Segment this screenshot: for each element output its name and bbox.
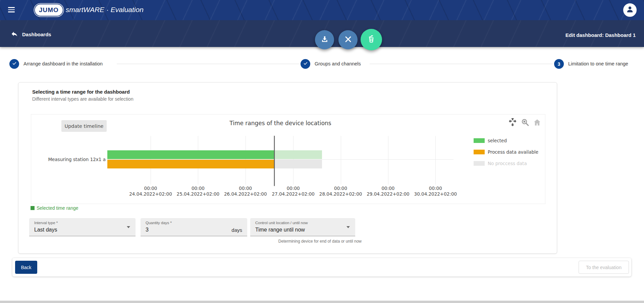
green-square-icon — [31, 206, 35, 210]
top-header: JUMO smartWARE · Evaluation — [0, 0, 644, 20]
time-range-card: Selecting a time range for the dashboard… — [18, 82, 557, 254]
wizard-stepper: Arrange dashboard in the installation Gr… — [0, 59, 644, 69]
timeline-plot — [107, 136, 453, 185]
step-3-circle[interactable]: 3 — [554, 59, 564, 69]
user-avatar[interactable] — [623, 3, 637, 17]
field-label: Quantity days * — [146, 221, 172, 225]
interval-type-select[interactable]: Interval type * Last days — [29, 218, 136, 236]
card-subtitle: Different interval types are available f… — [32, 96, 133, 102]
save-download-button[interactable] — [315, 30, 334, 49]
chart-title: Time ranges of the device locations — [107, 120, 453, 127]
legend-item[interactable]: No proccess data — [474, 161, 538, 166]
field-helper-text: Determining device for end of data or un… — [250, 239, 362, 244]
legend-label: Process data available — [488, 149, 538, 155]
step-connector — [370, 64, 553, 64]
step-1-circle[interactable] — [9, 59, 19, 69]
step-3-label[interactable]: Limitation to one time range — [568, 59, 628, 69]
x-tick-label: 00:0027.04.2022+02:00 — [272, 186, 315, 197]
cancel-button[interactable] — [338, 30, 358, 49]
chevron-down-icon — [346, 226, 350, 228]
chart-legend: selected Process data available No procc… — [474, 138, 538, 172]
timeline-bar-selected — [107, 150, 274, 159]
download-icon — [320, 35, 329, 45]
timeline-bar-process-data — [274, 160, 322, 168]
x-tick-label: 00:0030.04.2022+02:00 — [414, 186, 457, 197]
gridline — [388, 136, 388, 185]
device-row-label: Measuring station 12x1 a — [31, 157, 106, 162]
box-zoom-icon[interactable] — [521, 118, 530, 127]
timeline-bar-process-data — [107, 160, 274, 168]
home-icon[interactable] — [533, 118, 542, 127]
control-unit-select[interactable]: Control unit location / until now Time r… — [250, 218, 355, 236]
menu-icon[interactable] — [8, 7, 15, 13]
field-label: Control unit location / until now — [255, 221, 308, 225]
field-value: Time range until now — [255, 227, 305, 233]
field-value: Last days — [34, 227, 57, 233]
back-label: Dashboards — [22, 32, 51, 37]
x-tick-label: 00:0028.04.2022+02:00 — [319, 186, 362, 197]
field-value: 3 — [146, 227, 149, 233]
legend-swatch — [474, 161, 485, 166]
field-suffix: days — [231, 227, 242, 233]
check-icon — [12, 61, 17, 67]
edit-dashboard-title: Edit dashboard: Dashboard 1 — [566, 32, 636, 38]
app-title: smartWARE · Evaluation — [66, 6, 144, 14]
chevron-down-icon — [127, 226, 130, 228]
gridline — [341, 136, 341, 185]
bottom-scrollbar-strip — [0, 301, 644, 303]
timeline-chart: Update timeline Time ranges of the devic… — [31, 114, 545, 204]
step-3-number: 3 — [558, 61, 560, 67]
back-button[interactable]: Back — [15, 261, 37, 274]
x-axis-ticks: 00:0024.04.2022+02:0000:0025.04.2022+02:… — [107, 186, 453, 199]
app-window: JUMO smartWARE · Evaluation Dashboards E… — [0, 0, 644, 303]
back-to-dashboards[interactable]: Dashboards — [11, 30, 51, 39]
x-tick-label: 00:0029.04.2022+02:00 — [367, 186, 410, 197]
step-2-circle[interactable] — [301, 59, 310, 69]
jumo-logo: JUMO — [35, 4, 63, 16]
step-2-label[interactable]: Groups and channels — [315, 59, 361, 69]
pan-icon[interactable] — [508, 118, 518, 127]
person-icon — [626, 5, 634, 15]
update-timeline-button[interactable]: Update timeline — [61, 120, 107, 132]
x-tick-label: 00:0026.04.2022+02:00 — [224, 186, 267, 197]
legend-item[interactable]: Process data available — [474, 149, 538, 155]
trash-icon — [367, 34, 376, 45]
step-1-label[interactable]: Arrange dashboard in the installation — [23, 59, 103, 69]
card-title: Selecting a time range for the dashboard — [32, 89, 130, 95]
check-icon — [303, 61, 308, 67]
back-arrow-icon — [11, 30, 18, 39]
gridline — [435, 136, 436, 185]
close-icon — [344, 35, 352, 45]
legend-swatch — [474, 150, 485, 154]
legend-item[interactable]: selected — [474, 138, 538, 143]
legend-swatch — [474, 138, 485, 143]
step-connector — [117, 64, 299, 64]
quantity-days-input[interactable]: Quantity days * 3 days — [141, 218, 247, 236]
delete-dashboard-button[interactable] — [361, 29, 382, 50]
selected-time-range-label: Selected time range — [31, 205, 78, 211]
legend-label: No proccess data — [488, 161, 527, 166]
legend-label: selected — [488, 138, 507, 143]
footer-action-bar: Back To the evaluation — [12, 258, 631, 276]
timeline-bar-selected — [274, 150, 322, 159]
x-tick-label: 00:0024.04.2022+02:00 — [129, 186, 172, 197]
field-label: Interval type * — [34, 221, 58, 225]
to-evaluation-button[interactable]: To the evaluation — [579, 261, 629, 274]
x-tick-label: 00:0025.04.2022+02:00 — [177, 186, 220, 197]
current-time-marker — [274, 136, 275, 186]
chart-modebar — [508, 118, 542, 127]
